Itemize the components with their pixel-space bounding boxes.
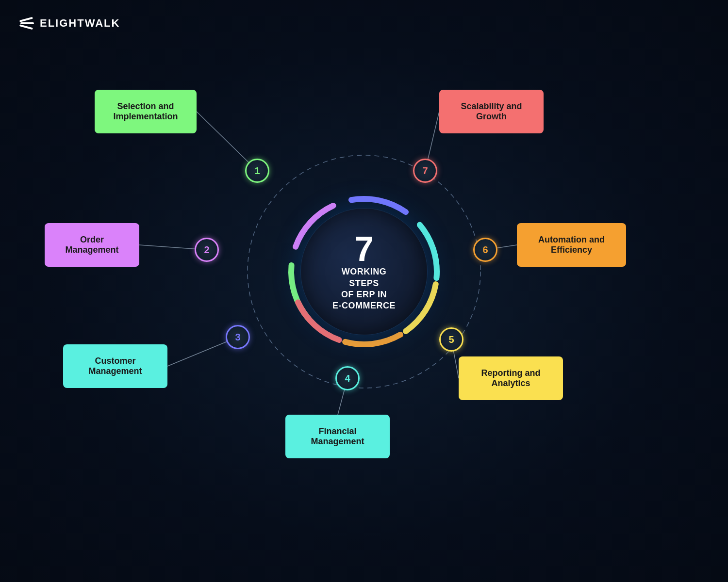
step-label-1: Selection andImplementation: [95, 90, 197, 133]
center-circle: 7 WORKINGSTEPSOF ERP INE-COMMERCE: [301, 209, 427, 335]
step-node-3: 3: [226, 325, 250, 349]
step-node-6: 6: [473, 238, 497, 262]
center-number: 7: [354, 231, 374, 266]
step-label-2: OrderManagement: [45, 223, 139, 267]
step-label-4: FinancialManagement: [285, 415, 390, 458]
svg-rect-2: [19, 24, 33, 30]
logo-text: ELIGHTWALK: [40, 17, 120, 30]
step-label-6: Automation andEfficiency: [517, 223, 626, 267]
step-label-3: CustomerManagement: [63, 344, 167, 388]
arc-segment-6: [345, 335, 400, 344]
svg-rect-0: [19, 17, 33, 22]
step-node-1: 1: [245, 159, 269, 183]
step-node-7: 7: [413, 159, 437, 183]
logo-icon: [19, 16, 35, 31]
step-node-4: 4: [335, 366, 360, 390]
step-node-5: 5: [439, 327, 463, 352]
center-text: WORKINGSTEPSOF ERP INE-COMMERCE: [332, 266, 396, 312]
svg-rect-1: [20, 22, 34, 24]
step-node-2: 2: [195, 238, 219, 262]
logo: ELIGHTWALK: [19, 16, 120, 31]
step-label-7: Scalability andGrowth: [439, 90, 544, 133]
